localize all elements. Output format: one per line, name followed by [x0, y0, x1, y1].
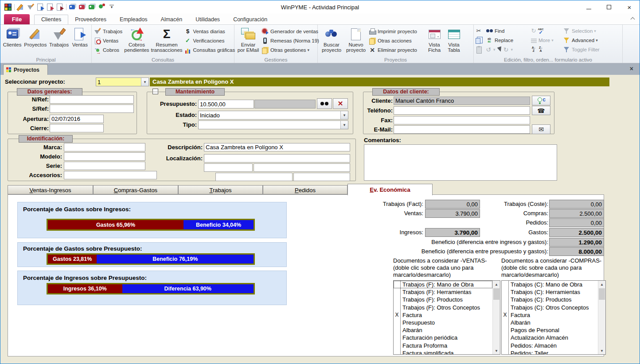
- trabajos-button[interactable]: Trabajos: [48, 26, 70, 48]
- ventas-list-scrollbar[interactable]: ▲ ▼: [492, 281, 500, 354]
- modelo-field[interactable]: [64, 152, 145, 161]
- tab-compras-gastos[interactable]: Compras-Gastos: [93, 185, 178, 194]
- buscar-proyecto-button[interactable]: Buscar proyecto: [319, 26, 344, 53]
- list-item[interactable]: Trabajos (F): Otros Conceptos: [394, 304, 492, 311]
- list-item[interactable]: Trabajos (F): Herramientas: [394, 288, 492, 296]
- tab-utilidades[interactable]: Utilidades: [189, 15, 226, 24]
- scroll-down-icon[interactable]: ▼: [598, 347, 605, 354]
- qat-menu-caret-icon[interactable]: ▾: [108, 3, 116, 11]
- sort-az-icon[interactable]: A↓Z: [530, 46, 537, 53]
- advanced-filter-button[interactable]: Advanced ▾: [562, 35, 608, 45]
- presupuesto-search-button[interactable]: [317, 98, 332, 109]
- nuevo-proyecto-button[interactable]: Nuevo proyecto: [344, 26, 368, 53]
- export-doc-icon[interactable]: [36, 3, 44, 11]
- call-button[interactable]: ☎: [532, 106, 550, 115]
- consultas-ventas-button[interactable]: Ventas: [93, 36, 123, 45]
- list-item[interactable]: Trabajos (F): Mano de Obra: [394, 281, 492, 288]
- compras-list-scrollbar[interactable]: ▲ ▼: [598, 281, 605, 354]
- localizacion-field[interactable]: [204, 154, 350, 163]
- find-button[interactable]: Find: [485, 26, 527, 35]
- list-item[interactable]: Pedidos: Almacén: [502, 342, 598, 349]
- docs-ventas-list[interactable]: Trabajos (F): Mano de Obra Trabajos (F):…: [393, 280, 500, 355]
- nref-field[interactable]: [50, 95, 134, 104]
- comentarios-textarea[interactable]: [364, 144, 557, 181]
- list-item[interactable]: Albarán: [394, 326, 492, 334]
- plant-icon[interactable]: [98, 3, 106, 11]
- fax-field[interactable]: [394, 116, 530, 124]
- verificaciones-button[interactable]: ✓ Verificaciones: [183, 36, 236, 45]
- vista-tabla-button[interactable]: Vista Tabla: [444, 26, 464, 53]
- serie-field[interactable]: [64, 162, 145, 170]
- undo-icon[interactable]: ↺: [485, 46, 492, 53]
- toggle-filter-button[interactable]: Toggle Filter: [562, 45, 608, 54]
- cliente-field[interactable]: [394, 97, 530, 105]
- cierre-field[interactable]: [50, 124, 104, 132]
- ventas-diarias-button[interactable]: $ Ventas diarias: [183, 27, 236, 36]
- tab-proveedores[interactable]: Proveedores: [68, 15, 113, 24]
- import-doc-icon[interactable]: [46, 3, 54, 11]
- otras-acciones-button[interactable]: Otras acciones: [368, 36, 425, 45]
- close-doc-icon[interactable]: ×: [630, 65, 633, 72]
- ventas-button[interactable]: Ventas: [70, 26, 90, 48]
- sref-field[interactable]: [50, 105, 134, 113]
- list-item[interactable]: Trabajos (F): Productos: [394, 296, 492, 303]
- sort-za-icon[interactable]: Z↓A: [537, 46, 544, 53]
- collapse-ribbon-button[interactable]: [630, 16, 636, 22]
- tab-ventas-ingresos[interactable]: Ventas-Ingresos: [8, 185, 93, 194]
- resumen-transacciones-button[interactable]: Σ Resumen transacciones: [150, 26, 183, 53]
- list-item[interactable]: Actualización Almacén: [502, 334, 598, 341]
- list-item[interactable]: Pagos de Personal: [502, 326, 598, 334]
- cobros-pendientes-button[interactable]: ←→ Cobros pendientes: [123, 26, 150, 53]
- list-item[interactable]: Presupuesto: [394, 319, 492, 326]
- marca-field[interactable]: [64, 143, 145, 151]
- scroll-down-icon[interactable]: ▼: [493, 347, 500, 354]
- tab-pedidos[interactable]: Pedidos: [263, 185, 347, 194]
- paste-icon[interactable]: [475, 46, 482, 53]
- doc-tab-proyectos[interactable]: Proyectos: [3, 64, 48, 75]
- tab-trabajos[interactable]: Trabajos: [178, 185, 263, 194]
- localizacion-field-2[interactable]: [204, 163, 253, 172]
- accesorios-field[interactable]: [64, 171, 157, 179]
- list-item[interactable]: Pedidos: Taller: [502, 349, 598, 354]
- docs-compras-list[interactable]: Trabajos (C): Mano de Obra Trabajos (C):…: [501, 280, 606, 355]
- localizacion-field-4[interactable]: [215, 173, 293, 181]
- select-pointer-icon[interactable]: [496, 46, 503, 53]
- otras-gestiones-button[interactable]: Otras gestiones ▾: [261, 45, 316, 54]
- tab-clientes[interactable]: Clientes: [34, 15, 68, 24]
- email-field[interactable]: [394, 125, 530, 134]
- tab-almacen[interactable]: Almacén: [154, 15, 189, 24]
- list-item[interactable]: Trabajos (C): Herramientas: [502, 288, 598, 296]
- cut-icon[interactable]: ✂: [475, 27, 482, 35]
- imprimir-proyecto-button[interactable]: Imprimir proyecto: [368, 27, 425, 36]
- clientes-button[interactable]: Clientes: [2, 26, 23, 48]
- presupuesto-field[interactable]: [198, 100, 254, 108]
- consultas-trabajos-button[interactable]: Trabajos: [93, 27, 123, 36]
- tab-empleados[interactable]: Empleados: [113, 15, 154, 24]
- telefono-field[interactable]: [394, 106, 530, 115]
- tipo-combo[interactable]: ▾: [198, 120, 348, 129]
- minimize-button[interactable]: [578, 0, 599, 14]
- presupuesto-clear-button[interactable]: ✕: [333, 98, 348, 109]
- list-item[interactable]: XFactura: [394, 311, 492, 319]
- clients-red-icon[interactable]: [78, 3, 86, 11]
- generador-ventas-button[interactable]: Generador de ventas: [261, 27, 316, 36]
- copy-icon[interactable]: [475, 37, 482, 44]
- chevron-down-icon[interactable]: ▾: [141, 78, 148, 86]
- estado-combo[interactable]: Iniciado ▾: [198, 111, 348, 120]
- enviar-email-button[interactable]: Enviar por EMail: [236, 26, 261, 53]
- jobs-qat-icon[interactable]: [27, 3, 35, 11]
- more-button[interactable]: More ▾: [530, 35, 559, 45]
- scroll-up-icon[interactable]: ▲: [493, 281, 500, 288]
- list-item[interactable]: Albarán: [502, 319, 598, 326]
- edit-doc-icon[interactable]: [56, 3, 64, 11]
- remesas-button[interactable]: Remesas (Norma 19): [261, 36, 316, 45]
- replace-button[interactable]: abac Replace: [485, 35, 527, 45]
- projects-qat-icon[interactable]: [17, 3, 25, 11]
- send-mail-button[interactable]: ✉: [532, 124, 550, 134]
- tab-file[interactable]: File: [4, 14, 30, 24]
- vista-ficha-button[interactable]: Vista Ficha: [425, 26, 444, 53]
- tab-configuracion[interactable]: Configuración: [226, 15, 274, 24]
- maximize-button[interactable]: [599, 0, 619, 14]
- eliminar-proyecto-button[interactable]: ✕ Eliminar proyecto: [368, 45, 425, 54]
- scroll-thumb[interactable]: [599, 288, 605, 300]
